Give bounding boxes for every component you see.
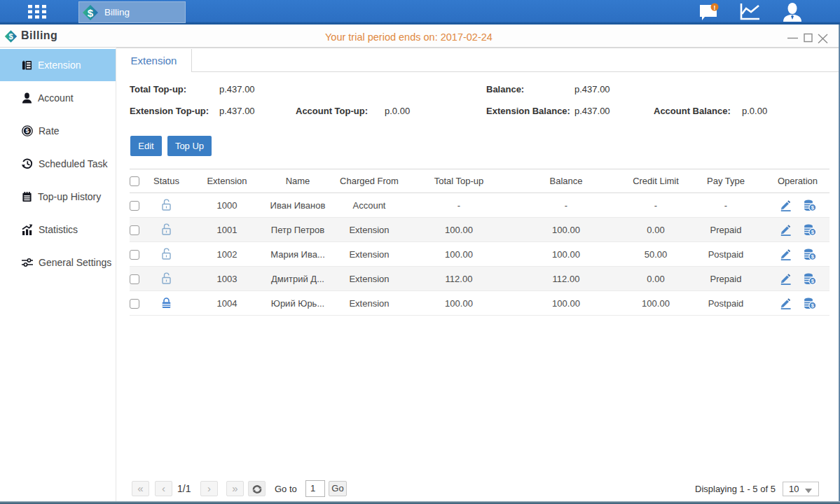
svg-text:$: $	[8, 32, 13, 41]
svg-text:!: !	[714, 4, 716, 11]
svg-text:$: $	[25, 127, 29, 134]
svg-text:$: $	[88, 6, 94, 18]
